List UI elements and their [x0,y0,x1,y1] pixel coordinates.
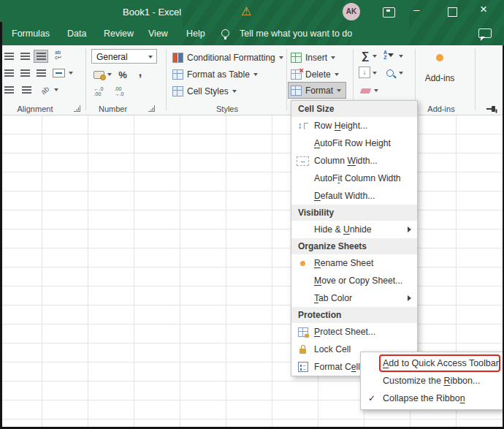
group-separator [166,49,167,110]
orientation-button[interactable]: ab [38,83,53,96]
filter-funnel-icon [388,53,394,57]
top-align-icon [4,53,14,60]
ribbon: abc↵ ab Alignment General % , ←.0.00 .00… [0,45,504,115]
insert-button[interactable]: Insert [291,51,335,64]
menu-item-tab-color[interactable]: Tab Color [291,289,417,307]
menu-item-default-width[interactable]: Default Width... [291,187,417,205]
clear-dropdown-icon[interactable] [374,89,378,92]
magnifier-icon [386,69,394,77]
title-bar: Book1 - Excel ⚠ AK – × Formulas Data Rev… [0,0,504,45]
menu-item-rename-sheet[interactable]: Rename Sheet [291,254,417,272]
fill-button[interactable]: ↓ [357,66,372,79]
warning-icon[interactable]: ⚠ [241,4,251,19]
decrease-indent-button[interactable] [1,83,16,96]
tab-formulas[interactable]: Formulas [12,29,50,39]
menu-section-organize-sheets: Organize Sheets [291,238,417,254]
increase-indent-button[interactable] [19,83,34,96]
number-format-select[interactable]: General [91,49,157,64]
merge-center-button[interactable] [51,67,66,80]
menu-item-autofit-row-height[interactable]: AutoFit Row Height [291,134,417,152]
menu-item-autofit-column-width[interactable]: AutoFit Column Width [291,170,417,187]
row-height-icon [304,123,308,129]
orientation-icon: ab [39,84,51,96]
format-cells-icon [298,362,308,372]
lightbulb-icon [221,29,229,37]
autosum-dropdown-icon[interactable] [373,55,377,58]
middle-align-button[interactable] [18,50,32,63]
lock-cell-icon [299,349,306,354]
column-width-icon: ↔ [297,156,309,166]
format-button[interactable]: Format [291,84,341,97]
group-separator [475,49,476,110]
wrap-text-button[interactable]: abc↵ [51,48,66,61]
orientation-dropdown-icon[interactable] [54,88,58,91]
accounting-format-button[interactable] [91,68,106,81]
insert-cells-icon [291,53,302,63]
pin-ribbon-icon[interactable] [486,105,498,113]
increase-decimal-icon: ←.0.00 [94,86,104,97]
align-right-button[interactable] [34,67,48,80]
currency-icon [93,71,104,79]
menu-item-move-or-copy-sheet[interactable]: Move or Copy Sheet... [291,272,417,289]
fill-dropdown-icon[interactable] [373,72,377,75]
tab-help[interactable]: Help [186,29,205,39]
middle-align-icon [20,53,30,60]
decrease-indent-icon [4,86,14,94]
find-dropdown-icon[interactable] [399,72,403,75]
clear-button[interactable] [358,84,373,97]
tab-view[interactable]: View [148,29,168,39]
alignment-dialog-launcher[interactable] [74,105,80,112]
tab-data[interactable]: Data [67,29,86,39]
number-dialog-launcher[interactable] [148,105,155,112]
context-item-collapse-the-ribbon[interactable]: ✓ Collapse the Ribbon [361,390,503,407]
cell-styles-icon [172,86,183,96]
format-cells-ribbon-icon [291,86,302,96]
increase-decimal-button[interactable]: ←.0.00 [91,85,106,98]
center-button[interactable] [18,67,32,80]
percent-style-button[interactable]: % [115,68,130,81]
alignment-group-label: Alignment [6,105,64,113]
top-align-button[interactable] [1,50,16,63]
autosum-button[interactable]: ∑ [358,49,373,62]
find-select-button[interactable] [383,67,397,80]
menu-item-column-width[interactable]: ↔ Column Width... [291,152,417,170]
context-item-customize-the-ribbon[interactable]: Customize the Ribbon... [361,372,503,390]
context-item-add-to-quick-access-toolbar[interactable]: Add to Quick Access Toolbar [361,354,503,372]
autosum-icon: ∑ [362,50,370,61]
increase-indent-icon [22,86,31,94]
add-ins-group-label: Add-ins [422,105,460,113]
chevron-down-icon [279,56,283,59]
close-button[interactable]: × [480,2,487,17]
sort-filter-icon: AZ [383,50,394,60]
user-avatar[interactable]: AK [343,3,360,20]
conditional-formatting-button[interactable]: Conditional Formatting [172,51,283,64]
align-right-icon [37,69,46,77]
maximize-button[interactable] [448,7,457,17]
menu-item-protect-sheet[interactable]: Protect Sheet... [291,323,417,341]
accounting-dropdown-icon[interactable] [107,73,112,76]
bottom-align-button[interactable] [34,50,48,63]
comma-style-button[interactable]: , [133,66,148,79]
add-ins-button[interactable]: Add-ins [421,48,459,98]
group-separator [85,49,86,110]
minimize-button[interactable]: – [413,3,419,15]
delete-button[interactable]: Delete [291,68,339,81]
tell-me-box[interactable]: Tell me what you want to do [240,29,352,39]
rename-sheet-icon [300,261,305,266]
bottom-align-icon [37,53,46,60]
tab-review[interactable]: Review [104,29,134,39]
menu-item-row-height[interactable]: ↕ Row Height... [291,117,417,134]
format-as-table-button[interactable]: Format as Table [172,68,258,81]
submenu-arrow-icon [408,295,411,301]
row-height-icon: ↕ [298,121,302,130]
cell-styles-button[interactable]: Cell Styles [172,85,237,98]
window-title: Book1 - Excel [123,7,181,18]
sort-filter-button[interactable]: AZ [381,48,396,61]
sort-filter-dropdown-icon[interactable] [399,55,403,58]
menu-item-hide-unhide[interactable]: Hide & Unhide [291,221,417,238]
decrease-decimal-button[interactable]: .00→.0 [112,85,126,98]
chat-icon[interactable] [478,29,492,38]
align-left-button[interactable] [1,67,16,80]
merge-center-dropdown-icon[interactable] [69,72,73,75]
ribbon-display-options-icon[interactable] [383,7,395,18]
